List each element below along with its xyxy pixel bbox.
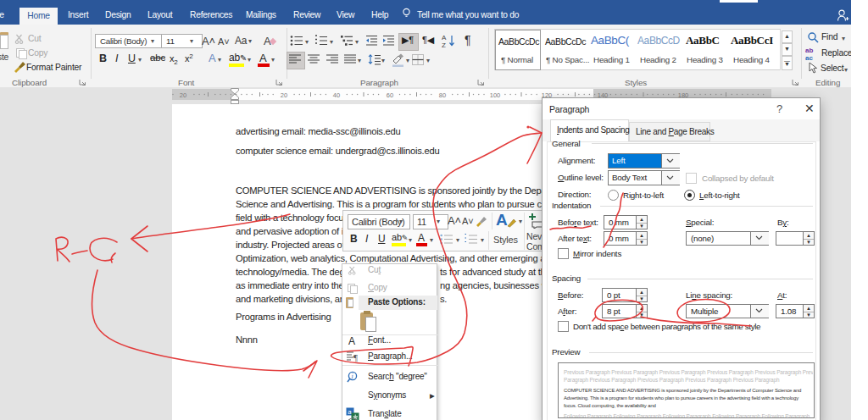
svg-text:a: a <box>348 408 352 416</box>
svg-text:i: i <box>351 373 353 380</box>
svg-text:¶: ¶ <box>353 352 358 362</box>
